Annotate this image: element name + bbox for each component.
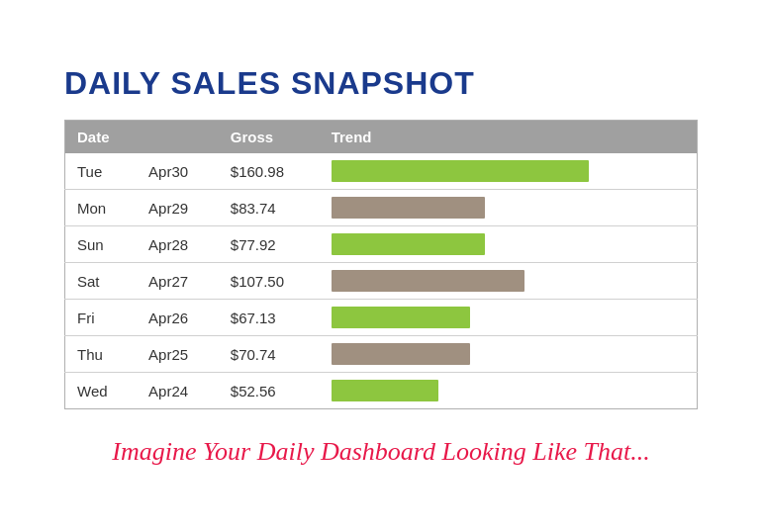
cell-trend xyxy=(320,336,698,373)
cell-day: Mon xyxy=(65,190,138,226)
cell-gross: $67.13 xyxy=(219,300,320,336)
col-header-date2 xyxy=(137,121,219,154)
main-container: DAILY SALES SNAPSHOT Date Gross Trend Tu… xyxy=(45,36,717,496)
cell-trend xyxy=(320,300,698,336)
cell-day: Fri xyxy=(65,300,138,336)
bar-container xyxy=(332,270,685,292)
col-header-trend: Trend xyxy=(320,121,698,154)
cell-date: Apr26 xyxy=(137,300,219,336)
sales-table: Date Gross Trend TueApr30$160.98MonApr29… xyxy=(64,120,698,409)
cell-trend xyxy=(320,263,698,300)
cell-trend xyxy=(320,190,698,226)
trend-bar xyxy=(332,307,470,328)
cell-date: Apr25 xyxy=(137,336,219,373)
table-row: FriApr26$67.13 xyxy=(65,300,698,336)
cell-gross: $83.74 xyxy=(219,190,320,226)
cell-trend xyxy=(320,373,698,409)
bar-container xyxy=(332,160,685,182)
trend-bar xyxy=(332,270,524,292)
table-row: SunApr28$77.92 xyxy=(65,226,698,263)
table-row: SatApr27$107.50 xyxy=(65,263,698,300)
trend-bar xyxy=(332,380,438,401)
col-header-date: Date xyxy=(65,121,138,154)
cell-date: Apr30 xyxy=(137,153,219,190)
cell-gross: $77.92 xyxy=(219,226,320,263)
cell-gross: $52.56 xyxy=(219,373,320,409)
trend-bar xyxy=(332,197,485,219)
cell-trend xyxy=(320,226,698,263)
cell-date: Apr24 xyxy=(137,373,219,409)
trend-bar xyxy=(332,160,589,182)
page-title: DAILY SALES SNAPSHOT xyxy=(64,65,698,102)
bar-container xyxy=(332,233,685,255)
cell-gross: $107.50 xyxy=(219,263,320,300)
bar-container xyxy=(332,343,685,365)
trend-bar xyxy=(332,233,485,255)
cell-date: Apr28 xyxy=(137,226,219,263)
cell-gross: $70.74 xyxy=(219,336,320,373)
cell-gross: $160.98 xyxy=(219,153,320,190)
cell-day: Wed xyxy=(65,373,138,409)
table-header-row: Date Gross Trend xyxy=(65,121,698,154)
cell-day: Tue xyxy=(65,153,138,190)
bar-container xyxy=(332,380,685,401)
trend-bar xyxy=(332,343,470,365)
tagline: Imagine Your Daily Dashboard Looking Lik… xyxy=(64,437,698,467)
bar-container xyxy=(332,307,685,328)
cell-date: Apr27 xyxy=(137,263,219,300)
col-header-gross: Gross xyxy=(219,121,320,154)
table-row: TueApr30$160.98 xyxy=(65,153,698,190)
cell-trend xyxy=(320,153,698,190)
cell-day: Sat xyxy=(65,263,138,300)
cell-day: Sun xyxy=(65,226,138,263)
table-row: MonApr29$83.74 xyxy=(65,190,698,226)
cell-date: Apr29 xyxy=(137,190,219,226)
bar-container xyxy=(332,197,685,219)
cell-day: Thu xyxy=(65,336,138,373)
table-row: ThuApr25$70.74 xyxy=(65,336,698,373)
table-row: WedApr24$52.56 xyxy=(65,373,698,409)
